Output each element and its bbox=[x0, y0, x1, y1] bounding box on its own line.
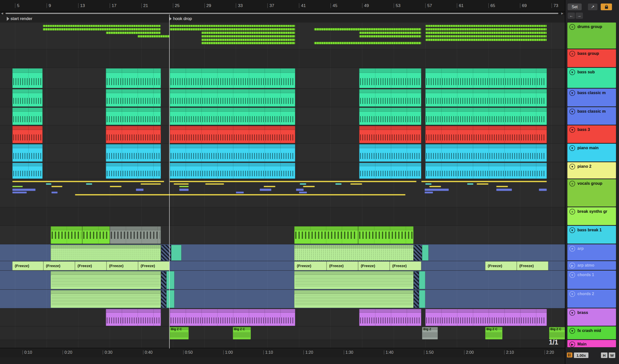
clip[interactable] bbox=[359, 108, 422, 125]
clip[interactable] bbox=[359, 89, 422, 107]
track-header-piano-main[interactable]: ▼piano main bbox=[567, 144, 616, 161]
clip[interactable] bbox=[425, 183, 432, 185]
horizontal-zoom-scrollbar[interactable]: ◀ ▶ bbox=[0, 12, 565, 15]
fold-icon[interactable]: ▼ bbox=[569, 291, 575, 297]
clip[interactable] bbox=[12, 68, 43, 88]
clip[interactable] bbox=[51, 186, 62, 187]
track-header-bass-break-1[interactable]: ▼bass break 1 bbox=[567, 226, 616, 244]
group-icon[interactable]: ≡ bbox=[569, 51, 575, 57]
track-header-chords-2[interactable]: ▼chords 2 bbox=[567, 290, 616, 308]
clip[interactable] bbox=[110, 226, 161, 244]
clip[interactable] bbox=[467, 183, 473, 185]
clip[interactable] bbox=[82, 226, 110, 244]
clip[interactable]: (Freeze) bbox=[390, 261, 421, 270]
clip[interactable]: (Freeze) bbox=[43, 261, 75, 270]
fold-icon[interactable]: ▼ bbox=[569, 328, 575, 334]
clip[interactable] bbox=[414, 290, 419, 308]
clip[interactable] bbox=[170, 181, 417, 182]
clip[interactable] bbox=[12, 89, 43, 107]
clip[interactable] bbox=[166, 290, 174, 308]
clip[interactable] bbox=[106, 163, 161, 179]
track-header-bass-3[interactable]: ▼bass 3 bbox=[567, 125, 616, 143]
clip[interactable] bbox=[170, 89, 295, 107]
clip[interactable] bbox=[359, 144, 422, 162]
lane-brass[interactable] bbox=[0, 308, 565, 326]
clip[interactable] bbox=[51, 226, 82, 244]
lane-bass-3[interactable] bbox=[0, 125, 565, 144]
fold-icon[interactable]: ▼ bbox=[569, 90, 575, 96]
clip[interactable] bbox=[170, 28, 295, 31]
lane-arp-atmo[interactable]: (Freeze)(Freeze)(Freeze)(Freeze)(Freeze)… bbox=[0, 261, 565, 271]
back-button[interactable]: ← bbox=[568, 13, 575, 19]
play-icon[interactable]: ▶ bbox=[569, 263, 575, 268]
lane-bass-group[interactable] bbox=[0, 49, 565, 68]
clip[interactable]: Big Z bbox=[422, 327, 438, 340]
clip[interactable] bbox=[422, 245, 428, 261]
clip[interactable] bbox=[51, 271, 161, 289]
clip[interactable] bbox=[496, 186, 508, 187]
clip[interactable] bbox=[299, 192, 307, 194]
clip[interactable] bbox=[43, 25, 161, 27]
clip[interactable] bbox=[46, 183, 51, 185]
clip[interactable] bbox=[425, 89, 547, 107]
clip[interactable] bbox=[359, 309, 422, 326]
clip[interactable] bbox=[314, 28, 421, 31]
lane-vocals-group[interactable] bbox=[0, 179, 565, 207]
clip[interactable] bbox=[236, 192, 244, 194]
clip[interactable] bbox=[425, 28, 547, 31]
clip[interactable]: Big Z C bbox=[233, 327, 251, 340]
fold-icon[interactable]: ▼ bbox=[569, 246, 575, 252]
clip[interactable]: (Freeze) bbox=[107, 261, 138, 270]
clip[interactable] bbox=[359, 163, 422, 179]
clip[interactable] bbox=[359, 32, 422, 34]
lane-drums-group[interactable] bbox=[0, 23, 565, 49]
clip[interactable] bbox=[350, 183, 362, 185]
width-zoom-button[interactable]: W bbox=[609, 352, 615, 358]
track-header-bass-group[interactable]: ≡bass group bbox=[567, 49, 616, 67]
clip[interactable] bbox=[425, 144, 547, 162]
clip[interactable] bbox=[136, 189, 144, 191]
clip[interactable] bbox=[294, 226, 358, 244]
clip[interactable]: Big Z C bbox=[485, 327, 502, 340]
clip[interactable] bbox=[137, 35, 170, 38]
clip[interactable] bbox=[335, 183, 342, 185]
zoom-level[interactable]: 1.00x bbox=[574, 352, 588, 358]
locator-hook-drop[interactable]: hook drop bbox=[169, 16, 192, 21]
track-header-arp[interactable]: ▼arp bbox=[567, 244, 616, 260]
clip[interactable] bbox=[174, 183, 189, 185]
play-icon[interactable]: ▶ bbox=[569, 341, 575, 347]
clip[interactable] bbox=[106, 309, 161, 326]
clip[interactable] bbox=[179, 189, 189, 191]
lane-main[interactable] bbox=[0, 340, 565, 348]
clip[interactable] bbox=[425, 35, 547, 38]
scroll-track[interactable] bbox=[6, 13, 558, 14]
lane-fx-crash-mid[interactable]: Big Z CBig Z CBig ZBig Z CBig Z C bbox=[0, 326, 565, 340]
fold-icon[interactable]: ▼ bbox=[569, 310, 575, 316]
clip[interactable] bbox=[106, 144, 161, 162]
clip[interactable] bbox=[106, 68, 161, 88]
clip[interactable]: Big Z C bbox=[170, 327, 189, 340]
clip[interactable] bbox=[51, 290, 161, 308]
clip[interactable] bbox=[425, 126, 547, 143]
set-button[interactable]: Set bbox=[568, 4, 582, 10]
clip[interactable] bbox=[359, 35, 422, 38]
forward-button[interactable]: → bbox=[576, 13, 583, 19]
track-header-chords-1[interactable]: ▼chords 1 bbox=[567, 271, 616, 289]
lane-piano-main[interactable] bbox=[0, 144, 565, 162]
lane-break-synths[interactable] bbox=[0, 207, 565, 226]
fold-icon[interactable]: ▼ bbox=[569, 109, 575, 114]
clip[interactable] bbox=[86, 183, 92, 185]
track-header-drums-group[interactable]: ≡drums group bbox=[567, 23, 616, 49]
clip[interactable] bbox=[170, 126, 295, 143]
group-icon[interactable]: ≡ bbox=[569, 209, 575, 215]
clip[interactable] bbox=[75, 194, 405, 196]
clip[interactable]: (Freeze) bbox=[517, 261, 548, 270]
clip[interactable] bbox=[294, 271, 413, 289]
track-header-fx-crash-mid[interactable]: ▼fx crash mid bbox=[567, 326, 616, 339]
clip[interactable] bbox=[110, 186, 122, 187]
clip[interactable] bbox=[294, 245, 413, 261]
resize-arrow-button[interactable]: ↗ bbox=[588, 4, 597, 10]
clip[interactable] bbox=[314, 42, 421, 44]
clip[interactable] bbox=[205, 183, 224, 185]
clip[interactable] bbox=[12, 189, 36, 191]
